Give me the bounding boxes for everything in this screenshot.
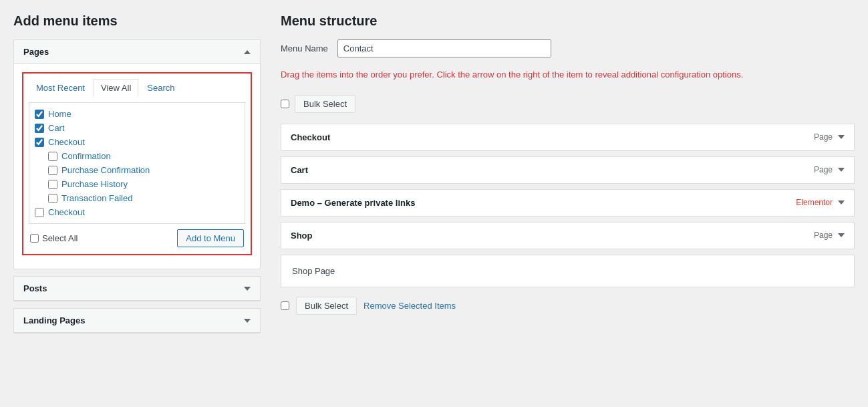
bulk-select-bottom-checkbox[interactable] [281,301,289,310]
select-all-label[interactable]: Select All [42,233,78,243]
right-panel: Menu structure Menu Name Drag the items … [281,13,855,394]
menu-item-demo[interactable]: Demo – Generate private links Elementor [281,189,855,217]
demo-item-type: Elementor [796,198,833,207]
menu-items-list: Checkout Page Cart Page Demo – Generate … [281,124,855,249]
instruction-click-text: Click the arrow on the right of the item… [436,70,743,80]
purchase-confirmation-checkbox[interactable] [48,166,57,175]
pages-accordion-label: Pages [23,47,49,57]
list-item[interactable]: Checkout [29,205,245,219]
menu-structure-title: Menu structure [281,13,855,29]
pages-accordion-header[interactable]: Pages [14,40,260,64]
landing-pages-accordion-header[interactable]: Landing Pages [14,309,260,333]
pages-bottom-row: Select All Add to Menu [29,224,245,249]
landing-pages-accordion-label: Landing Pages [23,315,85,325]
checkout2-label[interactable]: Checkout [48,207,85,217]
shop-item-label: Shop [291,231,313,241]
posts-expand-icon [244,287,251,291]
pages-checkbox-list: Home Cart Checkout Confirmation [29,102,245,224]
cart-checkbox[interactable] [35,124,44,133]
cart-item-label: Cart [291,165,308,175]
list-item[interactable]: Purchase Confirmation [29,163,245,177]
checkout-item-right: Page [814,132,845,142]
menu-name-label: Menu Name [281,43,328,53]
pages-collapse-icon [244,50,251,54]
confirmation-label[interactable]: Confirmation [61,151,111,161]
cart-item-chevron[interactable] [838,168,845,172]
demo-item-label: Demo – Generate private links [291,198,415,208]
landing-pages-expand-icon [244,319,251,323]
cart-label[interactable]: Cart [48,123,65,133]
menu-item-checkout[interactable]: Checkout Page [281,124,855,151]
pages-tabs: Most Recent View All Search [29,79,245,97]
checkout-item-chevron[interactable] [838,135,845,139]
checkout-item-label: Checkout [291,132,330,142]
pages-accordion: Pages Most Recent View All Search [13,39,261,269]
demo-item-right: Elementor [796,198,845,207]
pages-accordion-body: Most Recent View All Search Home Cart [14,64,260,269]
purchase-history-checkbox[interactable] [48,180,57,189]
list-item[interactable]: Checkout [29,135,245,149]
tab-most-recent[interactable]: Most Recent [29,79,92,97]
shop-item-type: Page [814,231,833,240]
bulk-select-bottom-button[interactable]: Bulk Select [296,297,357,315]
posts-accordion-label: Posts [23,283,47,293]
transaction-failed-label[interactable]: Transaction Failed [61,193,132,203]
shop-page-notice-text: Shop Page [292,266,335,276]
tab-view-all[interactable]: View All [94,79,138,97]
list-item[interactable]: Purchase History [29,177,245,191]
select-all-checkbox[interactable] [30,234,39,243]
posts-accordion: Posts [13,276,261,301]
list-item[interactable]: Confirmation [29,149,245,163]
add-menu-items-title: Add menu items [13,13,261,29]
cart-item-type: Page [814,165,833,174]
purchase-history-label[interactable]: Purchase History [61,179,128,189]
landing-pages-accordion: Landing Pages [13,308,261,333]
remove-selected-link[interactable]: Remove Selected Items [364,301,456,311]
menu-item-shop[interactable]: Shop Page [281,222,855,249]
menu-name-row: Menu Name [281,39,855,57]
add-to-menu-button[interactable]: Add to Menu [177,229,244,247]
home-checkbox[interactable] [35,110,44,119]
list-item[interactable]: Home [29,107,245,121]
home-label[interactable]: Home [48,109,71,119]
select-all-wrap: Select All [30,233,78,243]
list-item[interactable]: Transaction Failed [29,191,245,205]
confirmation-checkbox[interactable] [48,152,57,161]
list-item[interactable]: Cart [29,121,245,135]
checkout2-checkbox[interactable] [35,208,44,217]
checkout-checkbox[interactable] [35,138,44,147]
posts-accordion-header[interactable]: Posts [14,277,260,301]
shop-item-right: Page [814,231,845,240]
menu-item-cart[interactable]: Cart Page [281,156,855,184]
checkout-label[interactable]: Checkout [48,137,85,147]
pages-selection-box: Most Recent View All Search Home Cart [22,72,252,255]
bulk-select-top-button[interactable]: Bulk Select [295,95,355,113]
transaction-failed-checkbox[interactable] [48,194,57,203]
instruction-drag-text: Drag the items into the order you prefer… [281,70,436,80]
checkout-item-type: Page [814,132,833,142]
tab-search[interactable]: Search [140,79,182,97]
menu-name-input[interactable] [337,39,551,57]
instruction-text: Drag the items into the order you prefer… [281,68,855,82]
demo-item-chevron[interactable] [838,200,845,205]
shop-page-notice: Shop Page [281,255,855,287]
left-panel: Add menu items Pages Most Recent View Al… [13,13,261,394]
shop-item-chevron[interactable] [838,233,845,237]
cart-item-right: Page [814,165,845,174]
purchase-confirmation-label[interactable]: Purchase Confirmation [61,165,150,175]
top-bulk-select-row: Bulk Select [281,95,855,113]
bottom-bulk-select-row: Bulk Select Remove Selected Items [281,297,855,315]
bulk-select-top-checkbox[interactable] [281,100,289,108]
